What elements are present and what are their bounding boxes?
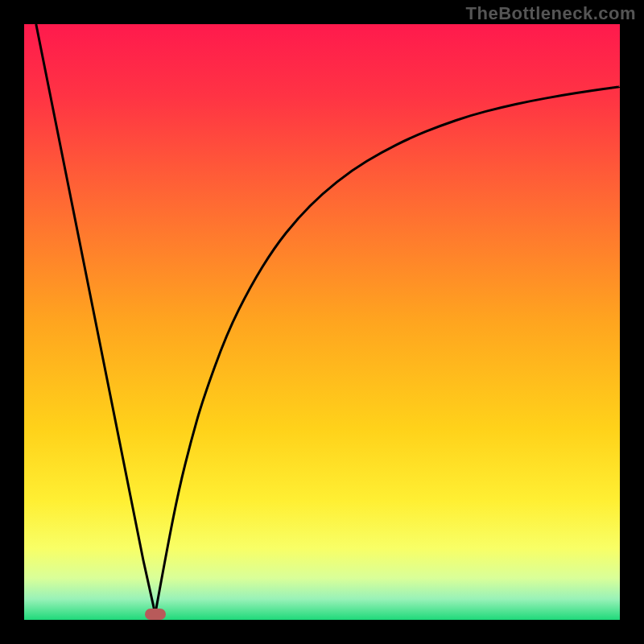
watermark-text: TheBottleneck.com xyxy=(466,3,636,24)
curve-layer xyxy=(24,24,620,620)
optimum-marker xyxy=(145,609,166,620)
chart-frame: TheBottleneck.com xyxy=(0,0,644,644)
plot-area xyxy=(24,24,620,620)
curve-left-branch xyxy=(36,24,155,614)
curve-right-branch xyxy=(155,87,620,614)
